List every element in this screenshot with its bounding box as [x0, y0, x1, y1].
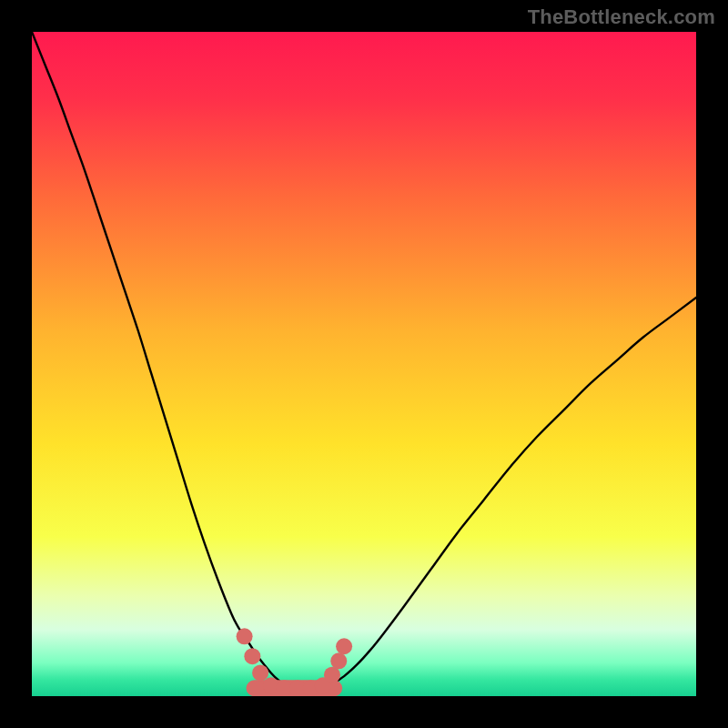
plot-area — [32, 32, 696, 696]
valley-dots-1 — [244, 648, 260, 664]
valley-dots-9 — [330, 652, 347, 669]
outer-frame: TheBottleneck.com — [0, 0, 728, 728]
valley-dots-0 — [237, 628, 253, 644]
gradient-background — [32, 32, 696, 696]
valley-dots-2 — [252, 664, 268, 681]
valley-dots-10 — [336, 638, 352, 654]
watermark-text: TheBottleneck.com — [528, 5, 715, 29]
valley-dots-8 — [324, 667, 340, 683]
chart-svg — [32, 32, 696, 696]
